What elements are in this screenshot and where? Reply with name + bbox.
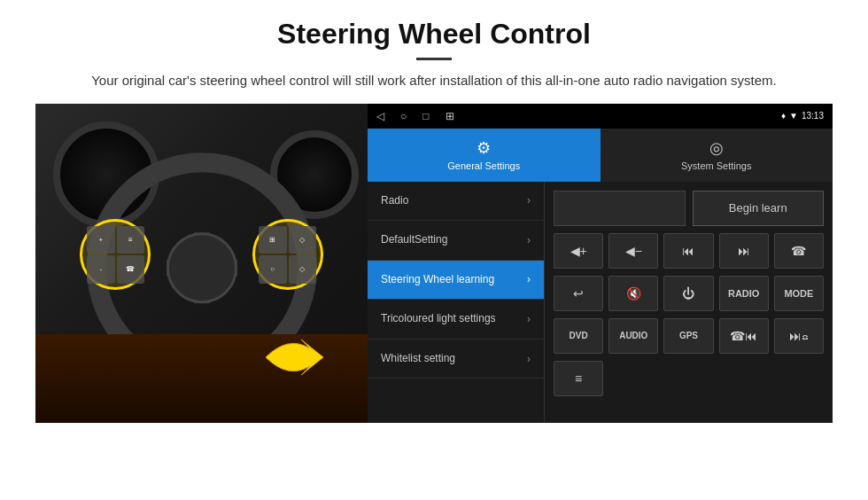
tab-general-settings[interactable]: ⚙ General Settings [368,129,601,182]
gear-icon: ⚙ [477,138,491,158]
title-section: Steering Wheel Control Your original car… [35,18,833,91]
phone-next-button[interactable]: ⏭☎ [774,318,824,354]
gps-label: GPS [679,331,698,340]
nav-icons: ◁ ○ □ ⊞ [376,110,454,122]
chevron-icon-sw: › [527,273,531,285]
chevron-icon-tri: › [527,313,531,325]
status-bar: ◁ ○ □ ⊞ ♦ ▼ 13:13 [368,104,833,129]
tab-bar: ⚙ General Settings ◎ System Settings [368,129,833,182]
vol-up-icon: ◀+ [570,244,587,258]
arrow-icon [261,331,350,384]
controls-row-4: ≡ [554,361,824,396]
sw-btn-info: ◇ [289,255,317,284]
tab-system-label: System Settings [681,160,751,171]
system-icon: ◎ [709,138,724,158]
dvd-button[interactable]: DVD [554,318,603,354]
phone-next-icon: ⏭☎ [789,329,808,343]
phone-prev-button[interactable]: ☎⏮ [719,318,769,354]
left-menu: Radio › DefaultSetting › Steering Wheel … [368,182,545,423]
menu-item-swlearning[interactable]: Steering Wheel learning › [368,261,544,301]
title-divider [416,58,452,60]
btn-icons-right: ⊞ ◇ ○ ◇ [259,226,316,284]
radio-text-button[interactable]: RADIO [719,276,769,311]
menu-tricoloured-label: Tricoloured light settings [381,312,496,326]
list-button[interactable]: ≡ [554,361,603,396]
controls-row-2: ↩ 🔇 ⏻ RADIO MODE [554,276,824,311]
mode-button[interactable]: MODE [774,276,824,311]
subtitle: Your original car's steering wheel contr… [89,71,779,91]
chevron-icon-white: › [527,353,531,365]
sw-btn-vol-up: + [87,226,115,254]
next-track-button[interactable]: ⏭ [719,233,769,269]
mute-button[interactable]: 🔇 [608,276,658,311]
recents-nav-icon[interactable]: □ [422,110,429,122]
page-title: Steering Wheel Control [35,18,833,51]
radio-text-label: RADIO [728,288,759,299]
menu-defaultsetting-label: DefaultSetting [381,233,447,247]
btn-icons-left: + ≡ - ☎ [87,226,144,284]
menu-item-whitelist[interactable]: Whitelist setting › [368,340,544,379]
chevron-icon-radio: › [527,194,531,207]
main-content: Radio › DefaultSetting › Steering Wheel … [368,182,833,423]
selected-key-display [554,191,686,226]
clock: 13:13 [802,111,824,121]
vol-up-button[interactable]: ◀+ [554,233,603,269]
location-icon: ♦ [781,111,786,121]
menu-nav-icon[interactable]: ⊞ [446,110,454,122]
back-call-button[interactable]: ↩ [554,276,603,311]
menu-swlearning-label: Steering Wheel learning [381,273,494,287]
chevron-icon-default: › [527,234,531,246]
arrow-container [261,331,350,387]
power-button[interactable]: ⏻ [663,276,713,311]
back-nav-icon[interactable]: ◁ [376,110,384,122]
controls-row-1: ◀+ ◀− ⏮ ⏭ ☎ [554,233,824,269]
controls-row-3: DVD AUDIO GPS ☎⏮ ⏭☎ [554,318,824,354]
top-row: Begin learn [554,191,824,226]
phone-icon: ☎ [791,244,806,258]
dvd-label: DVD [570,331,588,340]
head-unit: ◁ ○ □ ⊞ ♦ ▼ 13:13 ⚙ General Settings [368,104,833,423]
list-icon: ≡ [575,371,582,386]
begin-learn-button[interactable]: Begin learn [693,191,825,226]
sw-btn-src: ◇ [289,226,317,254]
vol-down-icon: ◀− [625,244,642,258]
home-nav-icon[interactable]: ○ [400,110,407,122]
sw-btn-seek: ○ [259,255,287,284]
sw-inner-hub [167,232,237,303]
steering-image: + ≡ - ☎ ⊞ ◇ ○ ◇ [35,104,368,423]
audio-label: AUDIO [619,331,647,340]
back-call-icon: ↩ [573,286,584,301]
sw-btn-mode: ≡ [117,226,145,254]
sw-btn-phone: ☎ [117,255,145,284]
phone-button[interactable]: ☎ [774,233,824,269]
gps-button[interactable]: GPS [663,318,713,354]
right-panel: Begin learn ◀+ ◀− ⏮ [545,182,833,423]
prev-track-icon: ⏮ [682,244,694,258]
status-icons: ♦ ▼ 13:13 [781,111,824,121]
sw-btn-media: ⊞ [259,226,287,254]
tab-general-label: General Settings [447,160,520,171]
audio-button[interactable]: AUDIO [608,318,658,354]
mode-label: MODE [784,288,813,299]
menu-radio-label: Radio [381,194,408,208]
wifi-icon: ▼ [789,111,798,121]
menu-whitelist-label: Whitelist setting [381,352,455,366]
mute-icon: 🔇 [626,286,641,301]
page-container: Steering Wheel Control Your original car… [0,0,868,432]
phone-prev-icon: ☎⏮ [730,329,757,343]
sw-btn-vol-down: - [87,255,115,284]
menu-item-defaultsetting[interactable]: DefaultSetting › [368,221,544,261]
vol-down-button[interactable]: ◀− [608,233,658,269]
tab-system-settings[interactable]: ◎ System Settings [601,129,833,182]
prev-track-button[interactable]: ⏮ [663,233,713,269]
content-area: + ≡ - ☎ ⊞ ◇ ○ ◇ [35,104,833,423]
power-icon: ⏻ [682,286,694,301]
menu-item-radio[interactable]: Radio › [368,182,544,222]
next-track-icon: ⏭ [738,244,750,258]
menu-item-tricoloured[interactable]: Tricoloured light settings › [368,300,544,340]
